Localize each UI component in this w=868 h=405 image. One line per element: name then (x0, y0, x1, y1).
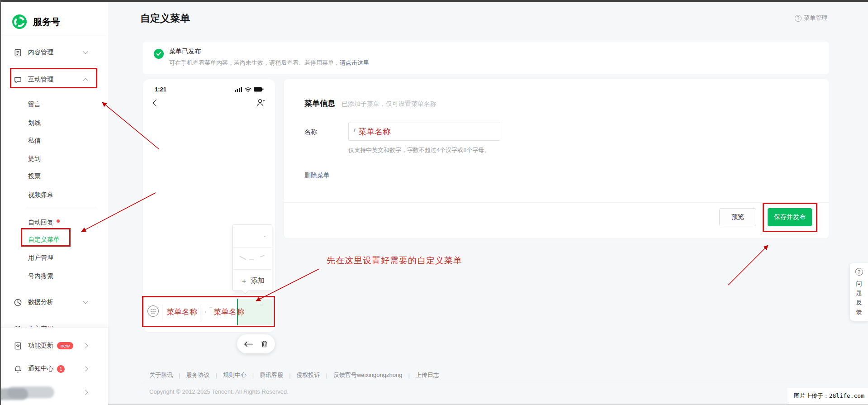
trash-button[interactable] (261, 340, 268, 348)
redacted-mark (209, 307, 212, 308)
footer-link-upload-log[interactable]: 上传日志 (416, 371, 439, 379)
sidebar-item-label: 留言 (28, 100, 41, 109)
book-star-icon (14, 342, 22, 350)
redacted-account-avatar (0, 388, 28, 400)
notification-count-badge: 1 (57, 365, 65, 373)
sidebar-item-notify-center[interactable]: 通知中心 1 (0, 362, 108, 376)
phone-preview-panel: 1:21 ＋添加 (143, 79, 275, 332)
redacted-mark (205, 311, 206, 313)
preview-button[interactable]: 预览 (719, 208, 756, 226)
redacted-scribble (260, 255, 265, 257)
sidebar-item-auto-reply[interactable]: 自动回复 (0, 216, 108, 229)
plus-icon: ＋ (240, 276, 248, 286)
new-badge: new (57, 342, 73, 349)
footer-link-report[interactable]: 侵权投诉 (297, 371, 320, 379)
popup-add-button[interactable]: ＋添加 (233, 269, 272, 291)
footer-link-support[interactable]: 腾讯客服 (260, 371, 283, 379)
help-label: 菜单管理 (804, 14, 827, 22)
save-publish-button[interactable]: 保存并发布 (768, 208, 812, 226)
footer-separator: | (408, 372, 409, 379)
sidebar-bottom-panel: 功能更新 new 通知中心 1 (0, 327, 108, 405)
sidebar-item-label: 自动回复 (28, 219, 53, 227)
question-circle-icon: ? (855, 268, 863, 276)
popup-row-redacted-1[interactable] (233, 225, 272, 247)
disable-menu-link[interactable]: 请点击这里 (340, 59, 369, 66)
menu-divider (200, 305, 200, 320)
menu-name-input[interactable]: 菜单名称 (348, 123, 500, 141)
redacted-scribble (239, 256, 246, 260)
chevron-right-icon (83, 343, 88, 348)
menu-item-2[interactable]: 菜单名称 (213, 307, 244, 317)
sidebar-item-label: 提到 (28, 155, 41, 163)
sidebar-item-custom-menu[interactable]: 自定义菜单 (0, 233, 108, 247)
undo-arrow-button[interactable] (244, 341, 253, 348)
sidebar-item-label: 用户管理 (28, 254, 53, 262)
sidebar-item-label: 内容管理 (28, 48, 53, 57)
phone-menu-bar: 菜单名称 菜单名称 (143, 298, 275, 326)
contact-person-icon[interactable] (256, 98, 265, 109)
menu-info-title: 菜单信息 (304, 98, 335, 109)
menu-management-help[interactable]: ? 菜单管理 (795, 14, 827, 22)
menu-item-1[interactable]: 菜单名称 (166, 307, 197, 317)
success-check-icon (154, 49, 164, 59)
footer-links: 关于腾讯 | 服务协议 | 规则中心 | 腾讯客服 | 侵权投诉 | 反馈官号w… (149, 371, 439, 379)
sidebar-item-label: 自定义菜单 (28, 236, 60, 244)
sidebar-item-label: 互动管理 (28, 76, 53, 84)
popup-row-redacted-2[interactable] (233, 247, 272, 269)
divider (0, 36, 105, 36)
footer-link-about[interactable]: 关于腾讯 (149, 371, 173, 379)
banner-texts: 菜单已发布 可在手机查看菜单内容，若尚未生效，请稍后查看。若停用菜单，请点击这里 (169, 48, 369, 74)
phone-clock: 1:21 (155, 86, 166, 93)
footer-separator: | (252, 372, 254, 379)
sidebar: 服务号 内容管理 互动管理 留言 划线 私信 提到 投票 视频弹幕 自动回复 自… (0, 2, 108, 405)
redacted-mark (264, 236, 266, 237)
name-hint: 仅支持中英文和数字，字数不超过4个汉字或8个字母。 (348, 146, 490, 154)
keyboard-icon[interactable] (147, 305, 159, 319)
annotation-tip-text: 先在这里设置好需要的自定义菜单 (327, 255, 462, 267)
menu-name-value: 菜单名称 (358, 126, 391, 137)
banner-description: 可在手机查看菜单内容，若尚未生效，请稍后查看。若停用菜单，请点击这里 (169, 59, 369, 67)
question-circle-icon: ? (795, 15, 802, 22)
sidebar-item-underline[interactable]: 划线 (0, 116, 108, 130)
sidebar-item-content-mgmt[interactable]: 内容管理 (0, 46, 108, 59)
footer-link-terms[interactable]: 服务协议 (186, 371, 209, 379)
redacted-scribble (249, 259, 254, 260)
sidebar-item-user-mgmt[interactable]: 用户管理 (0, 251, 108, 265)
sidebar-item-votes[interactable]: 投票 (0, 170, 108, 183)
footer-separator: | (326, 372, 327, 379)
signal-icon (235, 87, 242, 92)
window-edge-left (0, 0, 1, 405)
divider (26, 207, 97, 207)
notification-dot (57, 219, 60, 223)
page-title: 自定义菜单 (140, 12, 190, 25)
sidebar-item-data-analysis[interactable]: 数据分析 (0, 295, 108, 309)
delete-menu-link[interactable]: 删除菜单 (304, 172, 330, 180)
sidebar-item-messages[interactable]: 留言 (0, 98, 108, 111)
chevron-right-icon (83, 390, 88, 395)
undo-delete-pill (237, 334, 275, 353)
chevron-up-icon (83, 78, 88, 83)
sidebar-item-interact-mgmt[interactable]: 互动管理 (0, 73, 108, 86)
footer-link-rules[interactable]: 规则中心 (223, 371, 247, 379)
chevron-right-icon (83, 366, 88, 371)
sidebar-item-label: 私信 (28, 137, 41, 145)
sidebar-item-video-danmu[interactable]: 视频弹幕 (0, 188, 108, 202)
copyright-text: Copyright © 2012-2025 Tencent. All Right… (149, 388, 289, 395)
sidebar-item-private-msg[interactable]: 私信 (0, 134, 108, 148)
chat-bubble-icon (14, 76, 22, 84)
watermark-text: 图片上传于：28life.com (787, 388, 868, 404)
footer-link-feedback-account[interactable]: 反馈官号weixingongzhong (333, 371, 402, 379)
sidebar-item-label: 视频弹幕 (28, 191, 53, 199)
sidebar-item-mentions[interactable]: 提到 (0, 152, 108, 166)
chevron-down-icon (83, 49, 88, 54)
phone-status-icons (235, 87, 264, 92)
back-chevron-icon[interactable] (153, 100, 160, 107)
footer-separator: | (289, 372, 290, 379)
menu-divider (162, 305, 162, 320)
bell-icon (14, 365, 22, 373)
sidebar-item-account-search[interactable]: 号内搜索 (0, 270, 108, 283)
feedback-widget[interactable]: ? 问题反馈 (850, 263, 868, 321)
banner-title: 菜单已发布 (169, 48, 369, 56)
sidebar-item-feature-update[interactable]: 功能更新 new (0, 339, 108, 353)
sidebar-item-label: 号内搜索 (28, 272, 53, 281)
